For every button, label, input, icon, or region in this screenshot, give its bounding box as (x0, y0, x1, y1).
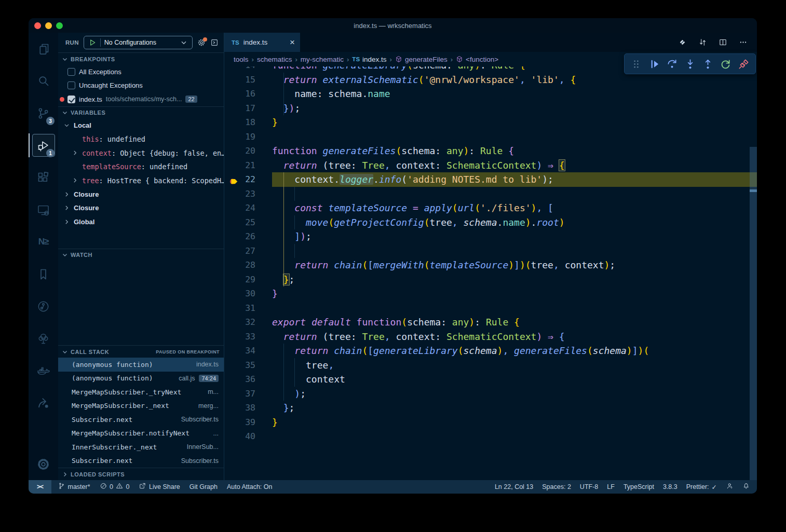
callstack-frame[interactable]: MergeMapSubscriber.notifyNext... (58, 427, 224, 441)
code-line-content[interactable]: }; (272, 401, 757, 415)
code-line-content[interactable]: } (272, 287, 757, 301)
code-line[interactable]: 31 (224, 301, 757, 316)
callstack-frame[interactable]: MergeMapSubscriber._nextmerg... (58, 399, 224, 413)
status-item-indentation[interactable]: Spaces: 2 (542, 483, 571, 490)
code-editor[interactable]: 14function generateLibrary(schema: any):… (224, 66, 757, 480)
code-line[interactable]: 15 return externalSchematic('@nrwl/works… (224, 73, 757, 87)
code-line[interactable]: 22 context.logger.info('adding NOTES.md … (224, 172, 757, 187)
loaded-scripts-section-header[interactable]: LOADED SCRIPTS (58, 468, 224, 480)
configuration-value[interactable]: No Configurations (104, 39, 176, 46)
code-line-content[interactable]: return (tree: Tree, context: SchematicCo… (272, 330, 757, 344)
restart-icon[interactable] (720, 58, 731, 70)
code-line-content[interactable]: const templateSource = apply(url('./file… (272, 201, 757, 215)
scope-row[interactable]: Global (58, 215, 224, 229)
code-line[interactable]: 17 }); (224, 101, 757, 116)
chevron-right-icon[interactable] (63, 219, 70, 225)
step-over-icon[interactable] (666, 58, 678, 70)
line-number[interactable]: 32 (224, 315, 272, 330)
code-line[interactable]: 24 const templateSource = apply(url('./f… (224, 201, 757, 215)
step-into-icon[interactable] (684, 58, 696, 70)
code-line[interactable]: 32export default function(schema: any): … (224, 315, 757, 330)
code-line[interactable]: 25 move(getProjectConfig(tree, schema.na… (224, 215, 757, 230)
code-line-content[interactable]: } (272, 115, 757, 130)
code-line-content[interactable]: tree, (272, 358, 757, 373)
code-line[interactable]: 36 context (224, 372, 757, 387)
code-line-content[interactable]: return chain([mergeWith(templateSource)]… (272, 258, 757, 272)
line-number[interactable]: 19 (224, 130, 272, 144)
activity-item-bookmarks[interactable] (29, 258, 58, 290)
code-line[interactable]: 33 return (tree: Tree, context: Schemati… (224, 330, 757, 344)
start-debug-icon[interactable] (88, 38, 97, 47)
variable-row[interactable]: this: undefined (58, 132, 224, 146)
code-line-content[interactable]: context.logger.info('adding NOTES.md to … (272, 172, 757, 187)
callstack-frame[interactable]: Subscriber.nextSubscriber.ts (58, 454, 224, 468)
breadcrumb-item[interactable]: TSindex.ts (352, 56, 386, 63)
code-line-content[interactable]: export default function(schema: any): Ru… (272, 315, 757, 330)
chevron-right-icon[interactable] (63, 191, 70, 198)
activity-item-search[interactable] (29, 65, 58, 97)
activity-item-source-control[interactable]: 3 (29, 97, 58, 129)
code-line-content[interactable]: }); (272, 101, 757, 116)
line-number[interactable]: 34 (224, 344, 272, 358)
status-item-problems[interactable]: 00 (100, 482, 130, 492)
line-number[interactable]: 20 (224, 144, 272, 158)
launch-configuration-dropdown[interactable]: No Configurations (84, 36, 193, 49)
line-number[interactable]: 27 (224, 244, 272, 258)
code-line-content[interactable] (272, 244, 757, 258)
breakpoints-section-header[interactable]: BREAKPOINTS (58, 52, 224, 65)
line-number[interactable]: 15 (224, 73, 272, 87)
breakpoint-row[interactable]: All Exceptions (58, 65, 224, 79)
editor-scrollbar[interactable] (750, 147, 757, 480)
status-item-git-branch[interactable]: master* (58, 482, 90, 492)
line-number[interactable]: 26 (224, 229, 272, 244)
scope-row[interactable]: Local (58, 119, 224, 133)
chevron-right-icon[interactable] (63, 204, 70, 211)
breadcrumb-item[interactable]: <function> (456, 56, 498, 63)
line-number[interactable]: 18 (224, 115, 272, 130)
activity-item-run-and-debug[interactable]: 1 (29, 129, 58, 161)
line-number[interactable]: 36 (224, 372, 272, 387)
code-line[interactable]: 30} (224, 287, 757, 301)
code-line[interactable]: 27 (224, 244, 757, 258)
activity-item-docker[interactable] (29, 354, 58, 387)
line-number[interactable]: 14 (224, 66, 272, 73)
chevron-down-icon[interactable] (63, 122, 70, 129)
variables-section-header[interactable]: VARIABLES (58, 106, 224, 119)
checkbox[interactable] (67, 81, 75, 89)
disconnect-icon[interactable] (738, 58, 750, 70)
code-line[interactable]: 38 }; (224, 401, 757, 415)
status-item-cursor-position[interactable]: Ln 22, Col 13 (495, 483, 533, 490)
callstack-frame[interactable]: (anonymous function)call.js74:24 (58, 372, 224, 386)
code-line[interactable]: 28 return chain([mergeWith(templateSourc… (224, 258, 757, 272)
close-tab-icon[interactable]: × (290, 38, 295, 47)
continue-icon[interactable] (648, 58, 660, 70)
status-item-prettier[interactable]: Prettier:✓ (686, 483, 717, 491)
status-item-encoding[interactable]: UTF-8 (580, 483, 598, 490)
status-item-notifications[interactable] (742, 482, 750, 492)
activity-item-deploy[interactable] (29, 387, 58, 419)
breadcrumb-item[interactable]: tools (234, 56, 249, 63)
line-number[interactable]: 31 (224, 301, 272, 316)
code-line-content[interactable]: } (272, 415, 757, 430)
scope-row[interactable]: Closure (58, 201, 224, 215)
status-item-git-graph[interactable]: Git Graph (189, 483, 218, 490)
watch-section-header[interactable]: WATCH (58, 249, 224, 261)
call-stack-section-header[interactable]: CALL STACK PAUSED ON BREAKPOINT (58, 345, 224, 358)
code-line-content[interactable] (272, 130, 757, 144)
status-item-ts-version[interactable]: 3.8.3 (663, 483, 677, 490)
status-item-auto-attach[interactable]: Auto Attach: On (227, 483, 273, 490)
breakpoint-row[interactable]: index.tstools/schematics/my-sch...22 (58, 92, 224, 106)
code-line[interactable]: 40 (224, 429, 757, 444)
code-line-content[interactable] (272, 301, 757, 316)
variable-row[interactable]: tree: HostTree {_backend: ScopedH… (58, 174, 224, 188)
variable-row[interactable]: templateSource: undefined (58, 160, 224, 174)
status-item-eol[interactable]: LF (607, 483, 615, 490)
line-number[interactable]: 39 (224, 415, 272, 430)
code-line[interactable]: 20function generateFiles(schema: any): R… (224, 144, 757, 158)
line-number[interactable]: 25 (224, 215, 272, 230)
chevron-right-icon[interactable] (72, 177, 78, 184)
checkbox[interactable] (67, 68, 75, 76)
tab-index-ts[interactable]: TS index.ts × (224, 33, 300, 52)
line-number[interactable]: 33 (224, 330, 272, 344)
line-number[interactable]: 38 (224, 401, 272, 415)
